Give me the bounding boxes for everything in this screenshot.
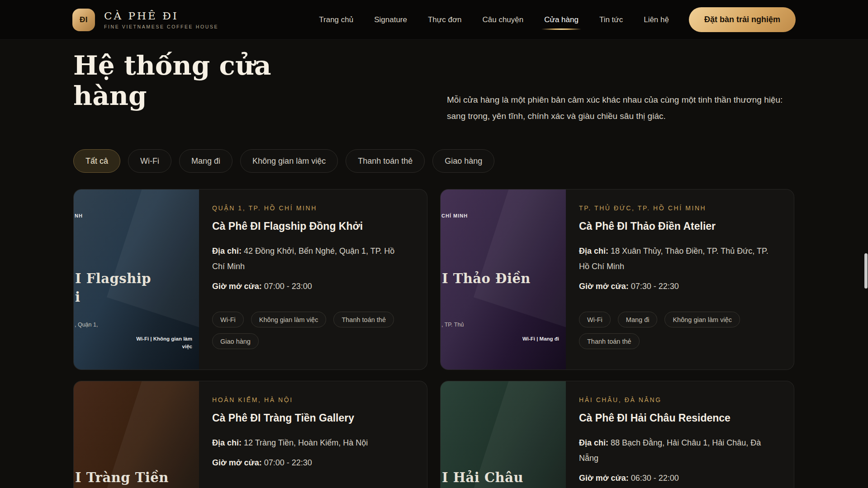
store-card-body: HOÀN KIẾM, HÀ NỘI Cà Phê ĐI Tràng Tiền G… [199, 381, 427, 488]
page-description: Mỗi cửa hàng là một phiên bản cảm xúc kh… [447, 92, 784, 124]
store-card-body: QUẬN 1, TP. HỒ CHÍ MINH Cà Phê ĐI Flagsh… [199, 190, 427, 370]
nav-item-cua-hang[interactable]: Cửa hàng [544, 15, 579, 24]
store-region: TP. THỦ ĐỨC, TP. HỒ CHÍ MINH [579, 204, 776, 212]
store-hours: Giờ mở cửa: 07:30 - 22:30 [579, 279, 776, 294]
filter-bar: Tất cả Wi-Fi Mang đi Không gian làm việc… [73, 149, 494, 173]
brand-text: CÀ PHÊ ĐI FINE VIETNAMESE COFFEE HOUSE [104, 10, 218, 29]
filter-chip-khong-gian-lam-viec[interactable]: Không gian làm việc [240, 149, 338, 173]
filter-chip-thanh-toan-the[interactable]: Thanh toán thẻ [346, 149, 425, 173]
store-tag: Không gian làm việc [664, 312, 740, 327]
scrollbar-thumb[interactable] [864, 253, 868, 289]
store-image-caption-2: i [75, 289, 80, 305]
hours-value: 06:30 - 22:00 [631, 474, 679, 483]
store-image-address-fragment: , Quận 1, [75, 322, 98, 328]
store-image-corner-text: NH [75, 213, 83, 218]
store-card-flagship-dong-khoi[interactable]: NH I Flagship i , Quận 1, Wi-Fi | Không … [73, 189, 427, 370]
store-tag: Wi-Fi [579, 312, 611, 327]
hours-label: Giờ mở cửa: [212, 458, 262, 467]
store-name: Cà Phê ĐI Flagship Đồng Khởi [212, 220, 409, 232]
site-header: ĐI CÀ PHÊ ĐI FINE VIETNAMESE COFFEE HOUS… [0, 0, 868, 40]
brand[interactable]: ĐI CÀ PHÊ ĐI FINE VIETNAMESE COFFEE HOUS… [72, 9, 218, 31]
hours-value: 07:00 - 22:30 [264, 458, 312, 467]
store-tag: Wi-Fi [212, 312, 244, 327]
nav-item-cau-chuyen[interactable]: Câu chuyện [482, 15, 523, 24]
store-image-features-text: Wi-Fi | Mang đi [503, 335, 559, 343]
store-image-corner-text: CHÍ MINH [441, 213, 468, 218]
store-image-address-fragment: , TP. Thủ [441, 322, 464, 328]
store-name: Cà Phê ĐI Thảo Điền Atelier [579, 220, 776, 232]
store-address: Địa chỉ: 88 Bạch Đằng, Hải Châu 1, Hải C… [579, 435, 776, 466]
nav-item-signature[interactable]: Signature [374, 15, 407, 24]
brand-subtitle: FINE VIETNAMESE COFFEE HOUSE [104, 24, 218, 29]
store-address: Địa chỉ: 42 Đồng Khởi, Bến Nghé, Quận 1,… [212, 243, 409, 274]
filter-chip-wifi[interactable]: Wi-Fi [128, 149, 171, 173]
store-address: Địa chỉ: 18 Xuân Thủy, Thảo Điền, TP. Th… [579, 243, 776, 274]
store-image-features-text: Wi-Fi | Không gian làm việc [136, 335, 192, 351]
nav-item-thuc-don[interactable]: Thực đơn [428, 15, 462, 24]
hours-label: Giờ mở cửa: [579, 282, 629, 291]
address-label: Địa chỉ: [212, 438, 242, 447]
hours-value: 07:00 - 23:00 [264, 282, 312, 291]
nav-item-trang-chu[interactable]: Trang chủ [319, 15, 353, 24]
store-image-caption: I Thảo Điền [442, 271, 531, 286]
brand-logo-icon: ĐI [72, 9, 95, 31]
store-hours: Giờ mở cửa: 06:30 - 22:00 [579, 470, 776, 486]
store-tag: Mang đi [618, 312, 658, 327]
store-tag: Không gian làm việc [251, 312, 327, 327]
brand-title: CÀ PHÊ ĐI [104, 10, 218, 22]
store-hours: Giờ mở cửa: 07:00 - 22:30 [212, 455, 409, 470]
store-card-trang-tien-gallery[interactable]: I Tràng Tiền HOÀN KIẾM, HÀ NỘI Cà Phê ĐI… [73, 381, 427, 488]
filter-chip-tat-ca[interactable]: Tất cả [73, 149, 120, 173]
store-image: I Hải Châu à [441, 381, 566, 488]
store-image: I Tràng Tiền [74, 381, 199, 488]
store-image: CHÍ MINH I Thảo Điền , TP. Thủ Wi-Fi | M… [441, 190, 566, 370]
store-address: Địa chỉ: 12 Tràng Tiền, Hoàn Kiếm, Hà Nộ… [212, 435, 409, 450]
hours-value: 07:30 - 22:30 [631, 282, 679, 291]
main-nav: Trang chủ Signature Thực đơn Câu chuyện … [319, 15, 669, 24]
store-region: QUẬN 1, TP. HỒ CHÍ MINH [212, 204, 409, 212]
filter-chip-mang-di[interactable]: Mang đi [179, 149, 232, 173]
store-card-body: TP. THỦ ĐỨC, TP. HỒ CHÍ MINH Cà Phê ĐI T… [566, 190, 794, 370]
store-tag: Thanh toán thẻ [333, 312, 394, 327]
store-tag: Giao hàng [212, 333, 259, 349]
store-name: Cà Phê ĐI Hải Châu Residence [579, 412, 776, 424]
store-name: Cà Phê ĐI Tràng Tiền Gallery [212, 412, 409, 424]
store-tag: Thanh toán thẻ [579, 333, 640, 349]
nav-item-lien-he[interactable]: Liên hệ [644, 15, 669, 24]
store-image-caption: I Flagship [75, 271, 151, 286]
address-label: Địa chỉ: [579, 246, 608, 256]
store-tags: Wi-Fi Mang đi Không gian làm việc Thanh … [579, 312, 776, 349]
store-card-thao-dien-atelier[interactable]: CHÍ MINH I Thảo Điền , TP. Thủ Wi-Fi | M… [440, 189, 794, 370]
store-region: HOÀN KIẾM, HÀ NỘI [212, 396, 409, 403]
store-card-grid: NH I Flagship i , Quận 1, Wi-Fi | Không … [73, 189, 794, 488]
address-label: Địa chỉ: [579, 438, 608, 447]
store-region: HẢI CHÂU, ĐÀ NẴNG [579, 396, 776, 403]
reserve-table-button[interactable]: Đặt bàn trải nghiệm [689, 7, 796, 32]
hours-label: Giờ mở cửa: [212, 282, 262, 291]
store-image-caption: I Tràng Tiền [75, 470, 169, 485]
store-image-caption: I Hải Châu [442, 470, 523, 485]
store-hours: Giờ mở cửa: 07:00 - 23:00 [212, 279, 409, 294]
store-card-body: HẢI CHÂU, ĐÀ NẴNG Cà Phê ĐI Hải Châu Res… [566, 381, 794, 488]
filter-chip-giao-hang[interactable]: Giao hàng [432, 149, 494, 173]
address-label: Địa chỉ: [212, 246, 242, 256]
store-card-hai-chau-residence[interactable]: I Hải Châu à HẢI CHÂU, ĐÀ NẴNG Cà Phê ĐI… [440, 381, 794, 488]
store-image: NH I Flagship i , Quận 1, Wi-Fi | Không … [74, 190, 199, 370]
address-value: 12 Tràng Tiền, Hoàn Kiếm, Hà Nội [244, 438, 368, 447]
hours-label: Giờ mở cửa: [579, 474, 629, 483]
store-tags: Wi-Fi Không gian làm việc Thanh toán thẻ… [212, 312, 409, 349]
page-title: Hệ thống cửa hàng [73, 51, 308, 111]
nav-item-tin-tuc[interactable]: Tin tức [599, 15, 623, 24]
